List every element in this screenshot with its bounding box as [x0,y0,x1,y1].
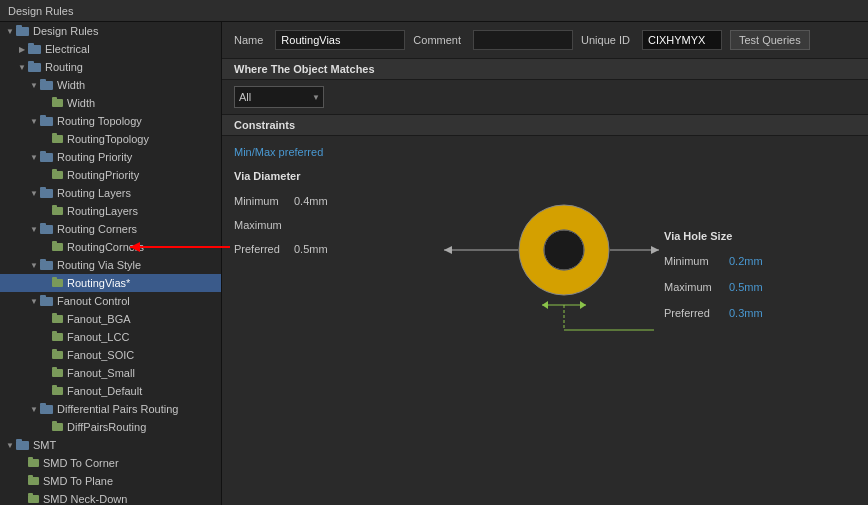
tree-item-routing-layers-item[interactable]: RoutingLayers [0,202,221,220]
tree-arrow-width: ▼ [28,79,40,91]
tree-item-routing-topology-item[interactable]: RoutingTopology [0,130,221,148]
tree-item-fanout-default[interactable]: Fanout_Default [0,382,221,400]
svg-rect-42 [40,405,53,414]
via-hole-preferred-value: 0.3mm [729,307,763,319]
tree-arrow-fanout-default [40,385,52,397]
tree-arrow-fanout-bga [40,313,52,325]
tree-item-fanout-small[interactable]: Fanout_Small [0,364,221,382]
tree-item-width-item[interactable]: Width [0,94,221,112]
svg-rect-19 [40,187,46,190]
tree-label-smd-corner: SMD To Corner [43,457,119,469]
tree-item-electrical[interactable]: ▶Electrical [0,40,221,58]
tree-icon-design-rules [16,24,30,38]
content-panel: Name Comment Unique ID Test Queries Wher… [222,22,868,505]
tree-item-diff-pairs-item[interactable]: DiffPairsRouting [0,418,221,436]
tree-item-smd-neckdown[interactable]: SMD Neck-Down [0,490,221,505]
via-diagram-area: Via Diameter Minimum 0.4mm Maximum Prefe… [234,170,856,262]
tree-item-routing[interactable]: ▼Routing [0,58,221,76]
tree-label-diff-pairs-item: DiffPairsRouting [67,421,146,433]
tree-label-routing-corners: Routing Corners [57,223,137,235]
sidebar[interactable]: ▼Design Rules▶Electrical▼Routing▼WidthWi… [0,22,222,505]
title-text: Design Rules [8,5,73,17]
name-label: Name [234,34,263,46]
svg-rect-20 [52,207,63,215]
tree-label-width: Width [57,79,85,91]
tree-item-smt[interactable]: ▼SMT [0,436,221,454]
tree-icon-fanout-control [40,294,54,308]
tree-item-width[interactable]: ▼Width [0,76,221,94]
tree-item-routing-vias[interactable]: RoutingVias* [0,274,221,292]
tree-item-routing-layers[interactable]: ▼Routing Layers [0,184,221,202]
tree-item-smd-corner[interactable]: SMD To Corner [0,454,221,472]
where-dropdown-wrapper[interactable]: All Net Net Class Layer [234,86,324,108]
tree-item-fanout-lcc[interactable]: Fanout_LCC [0,328,221,346]
svg-rect-26 [40,261,53,270]
tree-label-design-rules: Design Rules [33,25,98,37]
tree-item-routing-corners[interactable]: ▼Routing Corners [0,220,221,238]
tree-icon-smd-plane [28,475,40,487]
via-diameter-preferred-value: 0.5mm [294,243,328,255]
svg-rect-9 [52,97,57,100]
tree-arrow-routing-topology-item [40,133,52,145]
tree-item-diff-pairs[interactable]: ▼Differential Pairs Routing [0,400,221,418]
svg-rect-24 [52,243,63,251]
tree-arrow-electrical: ▶ [16,43,28,55]
tree-item-fanout-soic[interactable]: Fanout_SOIC [0,346,221,364]
svg-rect-47 [16,439,22,442]
tree-arrow-routing: ▼ [16,61,28,73]
where-section-header: Where The Object Matches [222,59,868,80]
svg-rect-13 [52,133,57,136]
tree-icon-electrical [28,42,42,56]
tree-icon-routing-corners-item [52,241,64,253]
where-row: All Net Net Class Layer [222,80,868,115]
tree-icon-fanout-small [52,367,64,379]
tree-item-routing-topology[interactable]: ▼Routing Topology [0,112,221,130]
svg-rect-6 [40,81,53,90]
tree-label-smd-neckdown: SMD Neck-Down [43,493,127,505]
via-diameter-minimum-label: Minimum [234,195,294,207]
tree-icon-routing-via-style [40,258,54,272]
svg-rect-1 [16,25,22,28]
svg-rect-18 [40,189,53,198]
tree-item-routing-priority[interactable]: ▼Routing Priority [0,148,221,166]
tree-item-fanout-control[interactable]: ▼Fanout Control [0,292,221,310]
tree-label-smd-plane: SMD To Plane [43,475,113,487]
tree-arrow-design-rules: ▼ [4,25,16,37]
tree-label-routing-priority-item: RoutingPriority [67,169,139,181]
tree-icon-smt [16,438,30,452]
tree-icon-routing-priority [40,150,54,164]
svg-marker-66 [444,246,452,254]
tree-item-design-rules[interactable]: ▼Design Rules [0,22,221,40]
main-layout: ▼Design Rules▶Electrical▼Routing▼WidthWi… [0,22,868,505]
tree-item-smd-plane[interactable]: SMD To Plane [0,472,221,490]
where-dropdown[interactable]: All Net Net Class Layer [234,86,324,108]
svg-rect-29 [52,277,57,280]
tree-item-routing-priority-item[interactable]: RoutingPriority [0,166,221,184]
tree-label-diff-pairs: Differential Pairs Routing [57,403,178,415]
tree-item-routing-via-style[interactable]: ▼Routing Via Style [0,256,221,274]
svg-rect-32 [52,315,63,323]
tree-item-routing-corners-item[interactable]: RoutingCorners [0,238,221,256]
tree-arrow-smt: ▼ [4,439,16,451]
tree-item-fanout-bga[interactable]: Fanout_BGA [0,310,221,328]
name-input[interactable] [275,30,405,50]
tree-icon-routing-topology-item [52,133,64,145]
tree-arrow-routing-priority: ▼ [28,151,40,163]
svg-rect-27 [40,259,46,262]
via-hole-maximum-value: 0.5mm [729,281,763,293]
tree-arrow-width-item [40,97,52,109]
unique-id-input[interactable] [642,30,722,50]
svg-rect-51 [28,475,33,478]
comment-input[interactable] [473,30,573,50]
via-hole-labels: Via Hole Size Minimum 0.2mm Maximum 0.5m… [664,230,763,326]
test-queries-button[interactable]: Test Queries [730,30,810,50]
svg-rect-22 [40,225,53,234]
via-diameter-minimum-row: Minimum 0.4mm [234,190,394,212]
tree-label-routing-priority: Routing Priority [57,151,132,163]
tree-icon-smd-corner [28,457,40,469]
tree-label-routing-layers: Routing Layers [57,187,131,199]
svg-rect-46 [16,441,29,450]
tree-label-smt: SMT [33,439,56,451]
tree-arrow-routing-corners: ▼ [28,223,40,235]
tree-label-electrical: Electrical [45,43,90,55]
